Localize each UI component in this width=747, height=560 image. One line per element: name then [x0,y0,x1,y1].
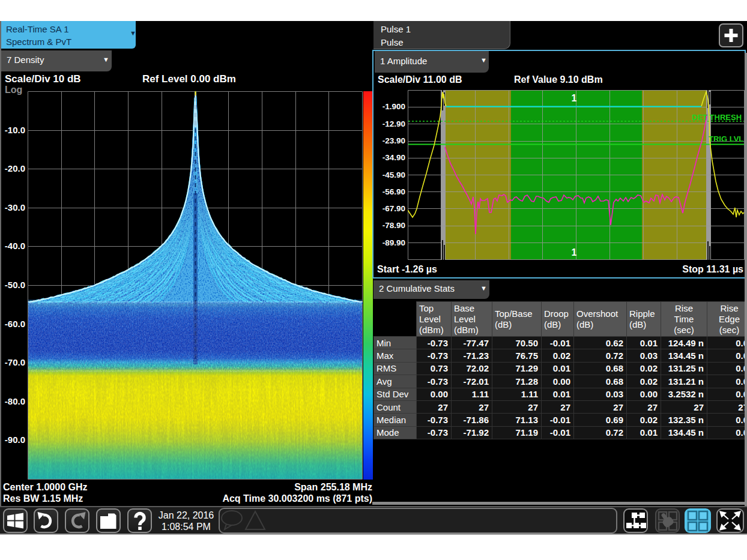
svg-text:1: 1 [572,247,577,257]
svg-text:1: 1 [572,93,577,103]
